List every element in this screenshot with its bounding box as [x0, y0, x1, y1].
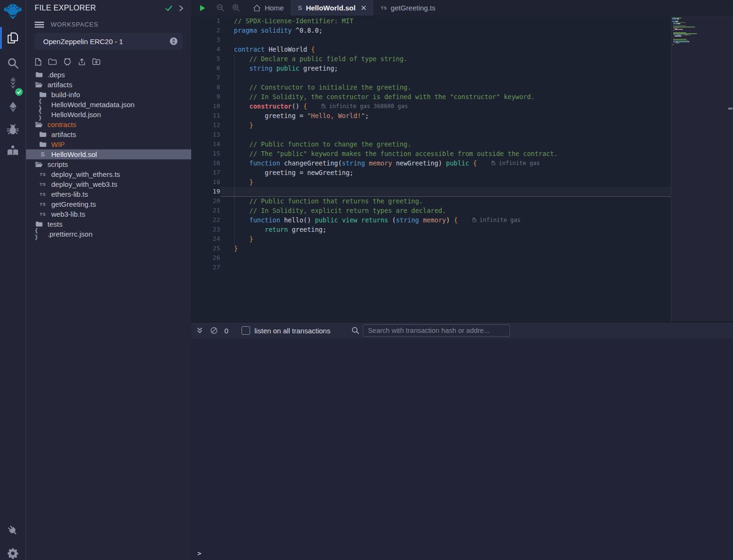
- tree-item-artifacts[interactable]: artifacts: [26, 129, 191, 139]
- tree-item-scripts[interactable]: scripts: [26, 159, 191, 169]
- plugin-manager-icon[interactable]: [0, 520, 26, 542]
- code-editor[interactable]: 1234567891011121314151617181920212223242…: [191, 16, 733, 321]
- code-line: constructor() {infinite gas 368600 gas: [234, 101, 671, 111]
- ts-icon: TS: [38, 202, 47, 207]
- activity-bar: [0, 0, 26, 560]
- learneth-icon[interactable]: [0, 140, 26, 162]
- tree-item-deploy_with_web3.ts[interactable]: TSdeploy_with_web3.ts: [26, 179, 191, 189]
- code-line: pragma solidity ^0.8.0;: [234, 26, 671, 35]
- tree-item-web3-lib.ts[interactable]: TSweb3-lib.ts: [26, 209, 191, 219]
- code-line: [234, 73, 671, 83]
- code-line: function hello() public view returns (st…: [234, 215, 671, 225]
- ts-icon: TS: [38, 192, 47, 197]
- code-line: contract HelloWorld {: [234, 45, 671, 54]
- home-icon: [253, 4, 261, 12]
- clear-console-icon[interactable]: [210, 327, 218, 334]
- folder-icon: [35, 221, 43, 227]
- zoom-out-icon[interactable]: [216, 0, 224, 16]
- zoom-in-icon[interactable]: [232, 0, 240, 16]
- file-explorer-header: FILE EXPLORER: [26, 0, 191, 16]
- solidity-compiler-icon[interactable]: [0, 73, 26, 94]
- solidity-icon: S: [38, 151, 47, 158]
- tree-item-deploy_with_ethers.ts[interactable]: TSdeploy_with_ethers.ts: [26, 169, 191, 179]
- transaction-search-input[interactable]: [363, 324, 510, 337]
- ts-icon: TS: [38, 182, 47, 187]
- search-icon[interactable]: [0, 52, 26, 74]
- panel-title: FILE EXPLORER: [35, 4, 158, 12]
- listen-checkbox[interactable]: [241, 326, 250, 335]
- tab-getgreeting-ts[interactable]: TS getGreeting.ts: [373, 0, 442, 16]
- code-line: return greeting;: [234, 225, 671, 234]
- tree-item-tests[interactable]: tests: [26, 219, 191, 229]
- folder-open-icon: [35, 161, 43, 167]
- code-line: greeting = newGreeting;: [234, 168, 671, 177]
- code-line: [234, 263, 671, 272]
- json-icon: { }: [38, 108, 47, 121]
- terminal[interactable]: >: [191, 339, 733, 560]
- github-icon[interactable]: [63, 57, 72, 66]
- tab-home[interactable]: Home: [246, 0, 291, 16]
- file-explorer-icon[interactable]: [0, 27, 26, 49]
- tree-item-getGreeting.ts[interactable]: TSgetGreeting.ts: [26, 199, 191, 209]
- code-line: [234, 130, 671, 139]
- code-line: }: [234, 177, 671, 187]
- tree-item-artifacts[interactable]: artifacts: [26, 80, 191, 90]
- search-icon: [352, 327, 359, 334]
- folder-open-icon: [35, 82, 43, 88]
- hamburger-menu-icon[interactable]: [35, 21, 44, 28]
- workspace-name: OpenZeppelin ERC20 - 1: [43, 37, 169, 46]
- tree-item-build-info[interactable]: build-info: [26, 90, 191, 100]
- code-line: // In Solidity, the constructor is defin…: [234, 92, 671, 101]
- expand-terminal-icon[interactable]: [196, 327, 203, 334]
- ts-icon: TS: [38, 172, 47, 177]
- upload-folder-icon[interactable]: [92, 58, 101, 65]
- tree-item-WIP[interactable]: WIP: [26, 139, 191, 149]
- code-line: }: [234, 234, 671, 244]
- remix-logo-icon[interactable]: [0, 1, 26, 23]
- tree-item-ethers-lib.ts[interactable]: TSethers-lib.ts: [26, 189, 191, 199]
- gas-estimate-hint: infinite gas: [491, 158, 540, 168]
- compile-success-badge: [15, 88, 23, 96]
- terminal-prompt: >: [197, 550, 201, 557]
- workspace-select[interactable]: OpenZeppelin ERC20 - 1: [35, 33, 183, 50]
- settings-icon[interactable]: [0, 542, 26, 560]
- tree-item-.prettierrc.json[interactable]: { }.prettierrc.json: [26, 229, 191, 239]
- editor-tabbar: Home S HelloWorld.sol TS getGreeting.ts: [191, 0, 733, 16]
- new-file-icon[interactable]: [35, 58, 42, 66]
- gas-estimate-hint: infinite gas 368600 gas: [321, 101, 408, 111]
- file-explorer-panel: FILE EXPLORER WORKSPACES OpenZeppelin ER…: [26, 0, 191, 560]
- tree-item-HelloWorld.json[interactable]: { }HelloWorld.json: [26, 110, 191, 119]
- minimap[interactable]: [672, 18, 727, 48]
- line-numbers: 1234567891011121314151617181920212223242…: [191, 16, 220, 272]
- workspace-stepper-icon[interactable]: [169, 37, 178, 46]
- check-icon: [165, 5, 172, 11]
- tree-item-HelloWorld_metadata.json[interactable]: { }HelloWorld_metadata.json: [26, 100, 191, 110]
- play-icon[interactable]: [199, 0, 206, 16]
- folder-icon: [38, 92, 47, 98]
- scrollbar-marker[interactable]: [728, 108, 733, 110]
- tab-label: Home: [265, 4, 284, 12]
- tab-helloworld-sol[interactable]: S HelloWorld.sol: [291, 0, 373, 16]
- chevron-right-icon[interactable]: [179, 5, 184, 12]
- publish-gist-icon[interactable]: [78, 58, 86, 66]
- deploy-run-icon[interactable]: [0, 96, 26, 118]
- code-line: // SPDX-License-Identifier: MIT: [234, 16, 671, 26]
- debugger-icon[interactable]: [0, 119, 26, 140]
- typescript-icon: TS: [380, 5, 387, 10]
- tree-item-contracts[interactable]: contracts: [26, 119, 191, 129]
- code-line: }: [234, 120, 671, 130]
- code-line: // Declare a public field of type string…: [234, 54, 671, 64]
- new-folder-icon[interactable]: [48, 58, 57, 65]
- tab-label: HelloWorld.sol: [306, 4, 356, 12]
- listen-label: listen on all transactions: [254, 327, 330, 335]
- code-line: [234, 253, 671, 263]
- code-line: [234, 187, 671, 196]
- workspaces-row: WORKSPACES: [26, 16, 191, 28]
- tree-item-.deps[interactable]: .deps: [26, 70, 191, 80]
- json-icon: { }: [35, 228, 43, 241]
- code-line: greeting = "Hello, World!";: [234, 111, 671, 120]
- code-line: // In Solidity, explicit return types ar…: [234, 206, 671, 215]
- tree-item-HelloWorld.sol[interactable]: SHelloWorld.sol: [26, 149, 191, 159]
- close-icon[interactable]: [361, 5, 366, 10]
- folder-icon: [38, 131, 47, 138]
